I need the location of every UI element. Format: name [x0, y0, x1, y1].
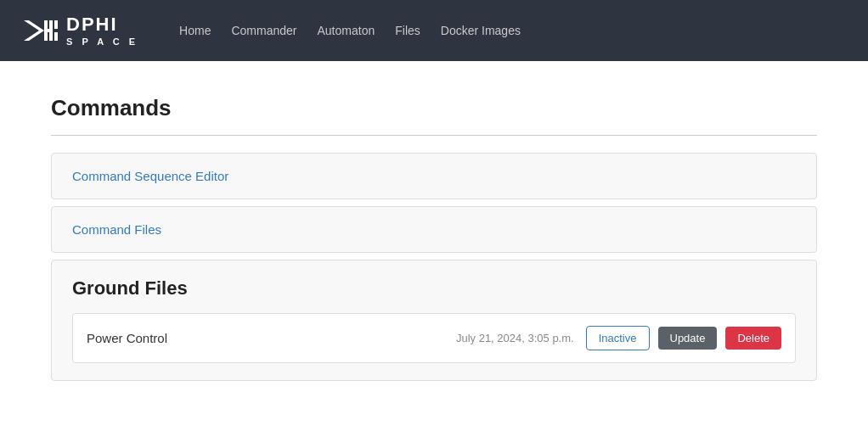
file-date: July 21, 2024, 3:05 p.m.	[456, 332, 574, 344]
file-actions: July 21, 2024, 3:05 p.m. Inactive Update…	[456, 326, 781, 350]
svg-rect-6	[54, 32, 58, 41]
logo-top-text: DPHI	[66, 14, 138, 36]
command-files-card: Command Files	[51, 206, 817, 253]
navbar: DPHI S P A C E Home Commander Automaton …	[0, 0, 868, 61]
title-divider	[51, 135, 817, 136]
command-sequence-editor-link[interactable]: Command Sequence Editor	[52, 154, 816, 199]
nav-commander[interactable]: Commander	[231, 24, 296, 37]
command-sequence-editor-card: Command Sequence Editor	[51, 153, 817, 199]
table-row: Power Control July 21, 2024, 3:05 p.m. I…	[72, 313, 796, 363]
update-button[interactable]: Update	[658, 327, 718, 350]
ground-files-title: Ground Files	[72, 277, 796, 299]
page-title: Commands	[51, 95, 817, 121]
inactive-button[interactable]: Inactive	[586, 326, 650, 350]
nav-automaton[interactable]: Automaton	[318, 24, 375, 37]
svg-rect-5	[54, 20, 58, 29]
svg-rect-4	[44, 29, 53, 32]
file-name: Power Control	[87, 331, 167, 345]
delete-button[interactable]: Delete	[725, 327, 781, 350]
nav-docker-images[interactable]: Docker Images	[441, 24, 521, 37]
logo-bottom-text: S P A C E	[66, 36, 138, 48]
main-content: Commands Command Sequence Editor Command…	[0, 61, 868, 422]
nav-files[interactable]: Files	[395, 24, 420, 37]
ground-files-section: Ground Files Power Control July 21, 2024…	[51, 260, 817, 381]
command-files-link[interactable]: Command Files	[52, 207, 816, 252]
logo: DPHI S P A C E	[20, 14, 138, 48]
nav-links: Home Commander Automaton Files Docker Im…	[179, 24, 521, 37]
nav-home[interactable]: Home	[179, 24, 211, 37]
logo-icon	[20, 14, 61, 48]
